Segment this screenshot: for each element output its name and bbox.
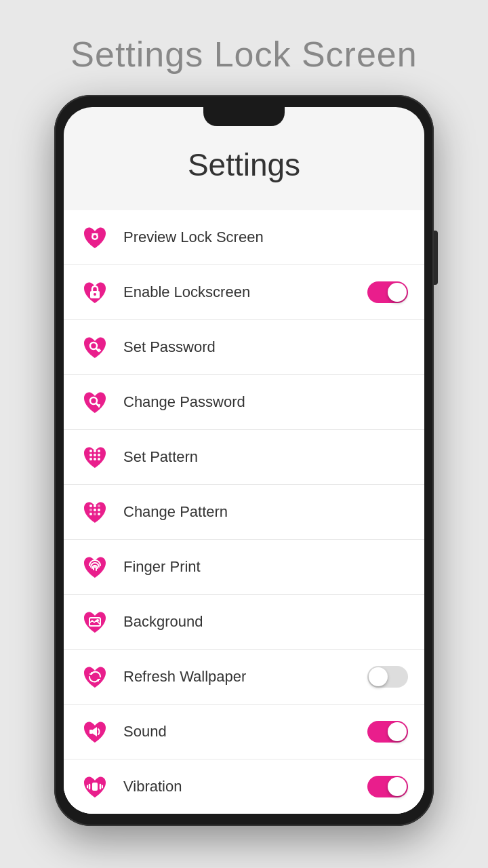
svg-point-21 (89, 505, 92, 507)
finger-print-icon (80, 552, 110, 582)
preview-lock-screen-icon (80, 222, 110, 252)
background-label: Background (123, 613, 408, 631)
svg-point-6 (89, 454, 92, 456)
sound-toggle[interactable] (367, 721, 408, 743)
settings-list: Preview Lock Screen Enable Loc (64, 210, 424, 814)
settings-item-finger-print[interactable]: Finger Print (64, 540, 424, 595)
finger-print-label: Finger Print (123, 558, 408, 576)
refresh-wallpaper-toggle[interactable] (367, 666, 408, 688)
svg-point-7 (94, 454, 96, 456)
settings-item-refresh-wallpaper[interactable]: Refresh Wallpaper (64, 650, 424, 705)
svg-point-3 (94, 293, 96, 296)
phone-notch (203, 107, 285, 126)
settings-item-background[interactable]: Background (64, 595, 424, 650)
background-icon (80, 607, 110, 637)
svg-point-23 (98, 505, 100, 507)
settings-item-vibration[interactable]: Vibration (64, 760, 424, 814)
set-pattern-label: Set Pattern (123, 448, 408, 466)
set-password-label: Set Password (123, 338, 408, 356)
settings-item-set-password[interactable]: Set Password (64, 320, 424, 375)
svg-point-14 (98, 450, 100, 452)
phone-frame: Settings Preview Lock Screen (54, 95, 434, 826)
sound-icon (80, 717, 110, 747)
page-title: Settings Lock Screen (0, 0, 488, 95)
svg-point-20 (98, 513, 100, 515)
settings-item-enable-lockscreen[interactable]: Enable Lockscreen (64, 265, 424, 320)
settings-item-change-pattern[interactable]: Change Pattern (64, 485, 424, 540)
screen-title: Settings (64, 126, 424, 210)
enable-lockscreen-icon (80, 277, 110, 307)
change-password-label: Change Password (123, 393, 408, 411)
preview-lock-screen-label: Preview Lock Screen (123, 229, 408, 246)
side-button (434, 231, 438, 285)
change-pattern-icon (80, 497, 110, 527)
vibration-label: Vibration (123, 778, 367, 795)
svg-point-25 (96, 619, 99, 622)
set-pattern-icon (80, 442, 110, 472)
svg-point-22 (94, 505, 96, 507)
set-password-icon (80, 332, 110, 362)
svg-point-12 (89, 450, 92, 452)
refresh-wallpaper-label: Refresh Wallpaper (123, 668, 367, 686)
svg-point-16 (94, 509, 96, 511)
svg-rect-26 (89, 730, 93, 734)
settings-item-sound[interactable]: Sound (64, 705, 424, 760)
svg-point-17 (98, 509, 100, 511)
svg-point-19 (94, 513, 96, 515)
svg-point-18 (89, 513, 92, 515)
settings-item-preview-lock-screen[interactable]: Preview Lock Screen (64, 210, 424, 265)
svg-point-13 (94, 450, 96, 452)
change-pattern-label: Change Pattern (123, 503, 408, 521)
svg-point-9 (89, 458, 92, 460)
settings-item-change-password[interactable]: Change Password (64, 375, 424, 430)
phone-screen: Settings Preview Lock Screen (64, 107, 424, 814)
vibration-toggle[interactable] (367, 776, 408, 797)
screen-content: Settings Preview Lock Screen (64, 126, 424, 814)
refresh-wallpaper-icon (80, 662, 110, 692)
svg-point-10 (94, 458, 96, 460)
change-password-icon (80, 387, 110, 417)
svg-point-1 (94, 235, 97, 239)
svg-point-15 (89, 509, 92, 511)
vibration-icon (80, 772, 110, 802)
page-container: Settings Lock Screen Settings (0, 0, 488, 826)
svg-point-11 (98, 458, 100, 460)
enable-lockscreen-toggle[interactable] (367, 281, 408, 303)
sound-label: Sound (123, 723, 367, 741)
svg-rect-27 (92, 783, 98, 791)
svg-point-8 (98, 454, 100, 456)
enable-lockscreen-label: Enable Lockscreen (123, 283, 367, 301)
settings-item-set-pattern[interactable]: Set Pattern (64, 430, 424, 485)
